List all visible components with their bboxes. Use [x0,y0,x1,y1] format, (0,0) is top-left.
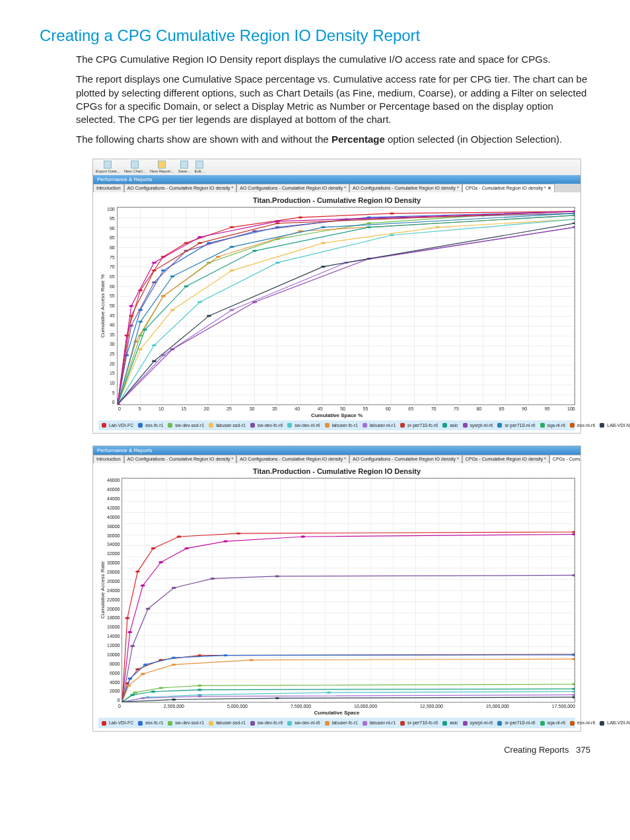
svg-point-133 [197,685,202,687]
y-axis-label: Cumulative Access Rate % [98,207,107,405]
svg-point-59 [197,242,202,244]
legend-swatch [363,721,367,726]
svg-point-93 [159,561,164,563]
svg-point-80 [152,360,157,362]
svg-point-86 [152,261,157,263]
svg-point-102 [177,536,182,538]
legend-swatch [400,423,405,428]
series-line [118,219,575,404]
tab[interactable]: Introduction [93,455,124,463]
legend-swatch [250,423,255,428]
svg-point-152 [573,697,575,699]
tab[interactable]: Introduction [93,184,124,192]
legend-item: sqa-nl-r6 [540,423,567,428]
legend-swatch [540,423,545,428]
legend-item: esx-nl-r6 [570,423,596,428]
series-line [122,697,575,702]
svg-point-122 [224,654,228,656]
svg-point-97 [573,533,575,535]
svg-point-69 [170,348,174,350]
svg-point-110 [275,575,280,577]
svg-point-67 [573,214,575,216]
svg-point-70 [252,301,257,303]
svg-point-7 [390,212,394,214]
svg-point-48 [216,256,221,258]
tab-bar: IntroductionAO Configurations - Cumulati… [93,455,580,463]
intro-paragraph-2: The report displays one Cumulative Space… [76,73,590,126]
legend-swatch [250,721,255,726]
toolbar-label: New Report... [150,169,174,173]
x-axis-ticks: 0510152025303540455055606570758085909510… [118,406,575,411]
svg-point-103 [236,533,241,535]
app-toolbar: Export Data...New Chart...New Report...S… [93,159,580,175]
tab[interactable]: AO Configurations - Cumulative Region IO… [236,455,349,463]
tab[interactable]: AO Configurations - Cumulative Region IO… [124,455,237,463]
legend-swatch [325,721,330,726]
tab[interactable]: CPGs - Cumulative Region IO density *✕ [549,455,580,463]
toolbar-button[interactable]: Save... [178,161,191,173]
tab[interactable]: AO Configurations - Cumulative Region IO… [236,184,349,192]
toolbar-button[interactable]: Edit... [194,161,204,173]
svg-point-150 [172,699,176,701]
legend-item: sw-dev-nl-r6 [287,720,321,725]
toolbar-button[interactable]: Export Data... [96,161,120,173]
tab[interactable]: CPGs - Cumulative Region IO density *✕ [462,184,555,192]
legend-swatch [570,423,575,428]
chart-plot-1 [117,207,575,405]
screenshot-percentage: Export Data...New Chart...New Report...S… [92,159,581,434]
svg-point-129 [573,658,575,660]
legend-swatch [363,423,367,428]
chart-title: Titan.Production - Cumulative Region IO … [98,466,575,478]
toolbar-button[interactable]: New Report... [150,161,174,173]
toolbar-icon [180,161,188,169]
svg-point-34 [152,281,157,283]
svg-point-58 [152,269,157,271]
para3-bold: Percentage [332,134,385,145]
legend-swatch [463,423,468,428]
svg-point-128 [250,659,254,661]
y-axis-ticks: 4800046000440004200040000380003600034000… [107,478,122,703]
chart-legend-1: Lab-VDI-FC esx-fc-r1 sw-dev-ssd-r1 labus… [98,420,575,431]
legend-swatch [442,423,447,428]
x-axis-label: Cumulative Space [98,710,575,716]
toolbar-label: Export Data... [96,169,120,173]
tab[interactable]: AO Configurations - Cumulative Region IO… [349,455,462,463]
legend-item: labuser-fc-r1 [325,720,359,725]
svg-point-30 [435,226,440,228]
para3-post: option selected (in Objection Selection)… [385,134,562,145]
toolbar-icon [104,161,112,169]
svg-point-142 [197,695,202,697]
legend-item: sysrpt-nl-r6 [463,720,495,725]
series-line [118,219,575,404]
svg-point-77 [321,226,326,228]
svg-point-148 [573,688,575,690]
tab-bar: IntroductionAO Configurations - Cumulati… [93,184,580,192]
svg-point-111 [573,574,575,576]
tab[interactable]: AO Configurations - Cumulative Region IO… [124,184,237,192]
svg-point-88 [275,220,280,222]
tab[interactable]: AO Configurations - Cumulative Region IO… [349,184,462,192]
svg-point-43 [390,234,394,236]
legend-item: LAB-VDI-NL [600,423,630,428]
series-line [118,211,575,404]
legend-item: Lab-VDI-FC [102,423,135,428]
tab[interactable]: CPGs - Cumulative Region IO density * [462,455,549,463]
svg-point-74 [138,321,143,323]
series-line [122,532,575,702]
toolbar-button[interactable]: New Chart... [124,161,146,173]
legend-item: asic [442,423,459,428]
svg-point-29 [321,242,326,244]
legend-swatch [600,423,604,428]
chart-title: Titan.Production - Cumulative Region IO … [98,195,575,207]
svg-point-22 [367,222,371,224]
footer-page-number: 375 [576,745,590,755]
screenshot-number: Performance & Reports IntroductionAO Con… [92,445,581,732]
series-line [118,211,575,404]
toolbar-icon [131,161,139,169]
svg-point-84 [118,403,120,404]
page-title: Creating a CPG Cumulative Region IO Dens… [40,26,590,45]
svg-point-99 [125,617,130,619]
close-icon[interactable]: ✕ [547,186,551,190]
window-titlebar: Performance & Reports [93,175,580,184]
legend-swatch [287,423,292,428]
